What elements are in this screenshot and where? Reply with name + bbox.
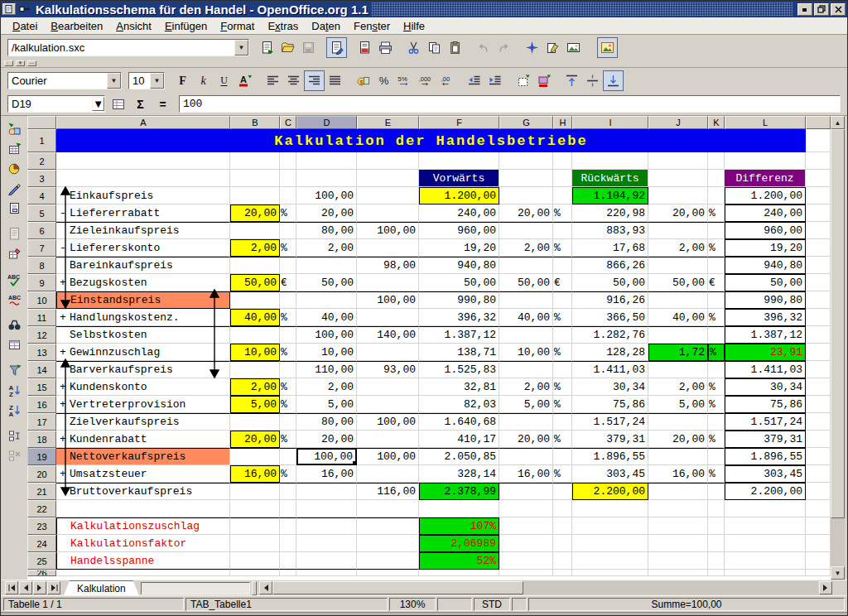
- cell-I20[interactable]: 303,45: [572, 465, 648, 483]
- cell-B22[interactable]: [230, 500, 280, 517]
- open-icon[interactable]: [277, 37, 298, 58]
- row-header-21[interactable]: 21: [27, 483, 56, 500]
- cell-H18[interactable]: %: [553, 431, 572, 448]
- horizontal-scrollbar[interactable]: [272, 581, 818, 594]
- cell-L7[interactable]: 19,20: [725, 239, 806, 257]
- cell-G19[interactable]: [499, 448, 553, 465]
- group-icon[interactable]: [4, 426, 25, 445]
- cell-E11[interactable]: [357, 309, 419, 326]
- cell-K14[interactable]: [708, 361, 725, 378]
- italic-icon[interactable]: k: [193, 70, 214, 91]
- cell-G15[interactable]: 2,00: [499, 378, 553, 396]
- cell-H9[interactable]: €: [553, 274, 572, 291]
- column-header-F[interactable]: F: [419, 116, 499, 129]
- cell-A25[interactable]: Handelsspanne: [56, 552, 230, 570]
- cell-K19[interactable]: [708, 448, 725, 465]
- horizontal-scroll-thumb[interactable]: [272, 581, 523, 594]
- cell-B19[interactable]: [230, 448, 280, 465]
- cell-I6[interactable]: 883,93: [572, 222, 648, 239]
- cell-F18[interactable]: 410,17: [419, 431, 499, 448]
- scroll-down-icon[interactable]: ▼: [831, 566, 845, 580]
- cell-B10[interactable]: [230, 291, 280, 309]
- column-header-I[interactable]: I: [572, 116, 648, 129]
- cell-J16[interactable]: 5,00: [648, 396, 708, 413]
- cell-B23[interactable]: [230, 517, 280, 535]
- cell-D21[interactable]: [296, 483, 357, 500]
- cell-K8[interactable]: [708, 257, 725, 274]
- cell-A26[interactable]: [56, 570, 230, 576]
- row-header-14[interactable]: 14: [27, 361, 56, 378]
- cell-B24[interactable]: [230, 535, 280, 552]
- cell-D14[interactable]: 110,00: [296, 361, 357, 378]
- cell-J15[interactable]: 2,00: [648, 378, 708, 396]
- cell-E22[interactable]: [357, 500, 419, 517]
- cell-B6[interactable]: [230, 222, 280, 239]
- cell-G17[interactable]: [499, 413, 553, 431]
- cell-D17[interactable]: 80,00: [296, 413, 357, 431]
- cell-L22[interactable]: [725, 500, 806, 517]
- cell-K6[interactable]: [708, 222, 725, 239]
- cell-I21[interactable]: 2.200,00: [572, 483, 648, 500]
- cell-C6[interactable]: [280, 222, 296, 239]
- minimize-button[interactable]: [797, 3, 812, 16]
- cell-E23[interactable]: [357, 517, 419, 535]
- cell-K12[interactable]: [708, 326, 725, 344]
- align-justify-icon[interactable]: [325, 70, 345, 91]
- cell-K2[interactable]: [708, 152, 725, 170]
- row-header-2[interactable]: 2: [27, 152, 56, 170]
- cell-L6[interactable]: 960,00: [725, 222, 806, 239]
- menu-daten[interactable]: Daten: [305, 18, 347, 34]
- column-header-B[interactable]: B: [230, 116, 280, 129]
- cell-G11[interactable]: 40,00: [499, 309, 553, 326]
- cell-I24[interactable]: [572, 535, 648, 552]
- cell-F16[interactable]: 82,03: [419, 396, 499, 413]
- cell-L21[interactable]: 2.200,00: [725, 483, 806, 500]
- form-functions-icon[interactable]: [4, 198, 25, 218]
- autoformat-icon[interactable]: [4, 243, 25, 263]
- cell-H17[interactable]: [553, 413, 572, 431]
- cell-I2[interactable]: [572, 152, 648, 170]
- cell-G18[interactable]: 20,00: [499, 431, 553, 448]
- cell-K13[interactable]: %: [708, 344, 725, 361]
- cell-I5[interactable]: 220,98: [572, 205, 648, 222]
- cell-C8[interactable]: [280, 257, 296, 274]
- row-header-26[interactable]: 26: [27, 570, 56, 576]
- cell-F2[interactable]: [419, 152, 499, 170]
- menu-hilfe[interactable]: Hilfe: [397, 18, 431, 34]
- cell-G26[interactable]: [499, 570, 553, 576]
- cell-D13[interactable]: 10,00: [296, 344, 357, 361]
- menu-einfügen[interactable]: Einfügen: [158, 18, 214, 34]
- cell-F5[interactable]: 240,00: [419, 205, 499, 222]
- next-sheet-button[interactable]: [33, 581, 46, 594]
- cell-E12[interactable]: 140,00: [357, 326, 419, 344]
- align-left-icon[interactable]: [263, 70, 283, 91]
- chevron-down-icon[interactable]: ▼: [150, 73, 164, 89]
- cell-H21[interactable]: [553, 483, 572, 500]
- sort-ascending-icon[interactable]: AZ: [4, 380, 25, 400]
- hscroll-left-icon[interactable]: [259, 581, 272, 594]
- background-color-icon[interactable]: [533, 70, 554, 91]
- cell-K18[interactable]: %: [708, 431, 725, 448]
- cell-D16[interactable]: 5,00: [296, 396, 357, 413]
- cell-I23[interactable]: [572, 517, 648, 535]
- row-header-12[interactable]: 12: [27, 326, 56, 344]
- cell-K5[interactable]: %: [708, 205, 725, 222]
- font-name-combobox[interactable]: Courier ▼: [7, 72, 122, 89]
- cell-H8[interactable]: [553, 257, 572, 274]
- row-header-1[interactable]: 1: [27, 129, 56, 152]
- cell-H11[interactable]: %: [553, 309, 572, 326]
- column-header-E[interactable]: E: [357, 116, 419, 129]
- cell-E6[interactable]: 100,00: [357, 222, 419, 239]
- cell-K7[interactable]: %: [708, 239, 725, 257]
- cell-L19[interactable]: 1.896,55: [725, 448, 806, 465]
- selected-cell-D19[interactable]: 100,00: [296, 448, 357, 465]
- cell-C16[interactable]: %: [280, 396, 296, 413]
- cell-K22[interactable]: [708, 500, 725, 517]
- cell-G13[interactable]: 10,00: [499, 344, 553, 361]
- cell-I10[interactable]: 916,26: [572, 291, 648, 309]
- align-center-icon[interactable]: [283, 70, 304, 91]
- cell-C20[interactable]: %: [280, 465, 296, 483]
- cell-I11[interactable]: 366,50: [572, 309, 648, 326]
- cell-H6[interactable]: [553, 222, 572, 239]
- cell-E20[interactable]: [357, 465, 419, 483]
